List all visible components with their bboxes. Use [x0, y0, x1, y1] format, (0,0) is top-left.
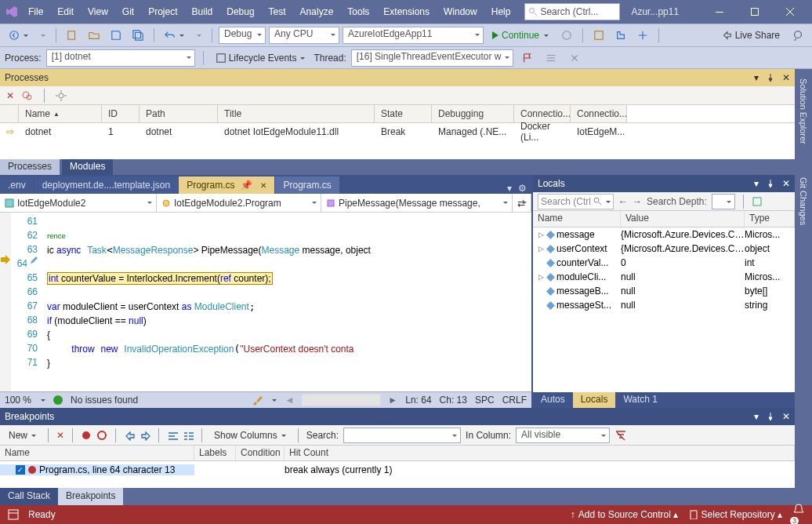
select-repository[interactable]: Select Repository ▴ — [689, 509, 782, 520]
incolumn-select[interactable]: All visible — [516, 428, 610, 443]
menu-tools[interactable]: Tools — [341, 3, 375, 20]
nav-back-button[interactable] — [5, 26, 32, 45]
pin-icon[interactable] — [767, 413, 774, 420]
import-icon[interactable] — [140, 430, 150, 441]
delete-icon[interactable]: ✕ — [6, 90, 14, 101]
title-search-input[interactable]: Search (Ctrl... — [524, 3, 620, 20]
brush-icon[interactable] — [252, 395, 263, 406]
col-name[interactable]: Name — [0, 446, 194, 460]
nav-next-icon[interactable]: → — [633, 196, 642, 207]
output-icon[interactable] — [8, 509, 19, 520]
depth-select[interactable] — [712, 194, 735, 209]
process-select[interactable]: [1] dotnet — [46, 49, 195, 67]
tab-git-changes[interactable]: Git Changes — [797, 173, 810, 230]
gear-icon[interactable] — [56, 90, 67, 101]
new-button[interactable] — [63, 26, 82, 45]
menu-file[interactable]: File — [22, 3, 49, 20]
show-columns-button[interactable]: Show Columns — [210, 426, 290, 445]
close-icon[interactable]: ✕ — [782, 72, 790, 83]
tab-callstack[interactable]: Call Stack — [0, 488, 58, 505]
code-editor[interactable]: 616263 64 65666768697071 rence ic async … — [0, 213, 531, 391]
bp-search-input[interactable] — [343, 428, 461, 443]
tab-processes[interactable]: Processes — [0, 159, 60, 175]
doctab-env[interactable]: .env — [0, 176, 34, 194]
platform-select[interactable]: Any CPU — [269, 27, 339, 44]
doctab-program-active[interactable]: Program.cs📌✕ — [179, 176, 274, 194]
zoom-level[interactable]: 100 % — [5, 395, 31, 406]
locals-row[interactable]: counterVal...0int — [533, 256, 795, 270]
menu-analyze[interactable]: Analyze — [294, 3, 340, 20]
delete-bp-icon[interactable]: ✕ — [56, 430, 64, 441]
dropdown-icon[interactable]: ▾ — [754, 178, 759, 189]
menu-edit[interactable]: Edit — [51, 3, 80, 20]
redo-button[interactable] — [191, 26, 205, 45]
disable-all-icon[interactable] — [96, 430, 107, 441]
locals-row[interactable]: ▷ message{Microsoft.Azure.Devices.Cl...M… — [533, 227, 795, 242]
solution-name[interactable]: Azur...pp11 — [631, 6, 679, 17]
save-button[interactable] — [107, 26, 125, 45]
expand-icon[interactable]: ▷ — [538, 231, 545, 238]
col-id[interactable]: ID — [102, 105, 140, 122]
menu-test[interactable]: Test — [263, 3, 292, 20]
dropdown-icon[interactable]: ▾ — [754, 72, 759, 83]
thread-tool-2[interactable] — [542, 49, 560, 67]
breakpoints-grid[interactable]: Name Labels Condition Hit Count ✓Program… — [0, 446, 795, 488]
doctab-deployment[interactable]: deployment.de....template.json — [34, 176, 178, 194]
expand-icon[interactable] — [538, 302, 545, 309]
step-button-1[interactable] — [589, 26, 608, 45]
refresh-icon[interactable] — [22, 90, 33, 101]
col-dbg[interactable]: Debugging — [432, 105, 514, 122]
close-icon[interactable]: ✕ — [782, 411, 790, 422]
undo-button[interactable] — [161, 26, 188, 45]
config-select[interactable]: Debug — [219, 27, 266, 44]
tab-locals[interactable]: Locals — [573, 392, 616, 408]
close-icon[interactable]: ✕ — [260, 181, 266, 190]
menu-git[interactable]: Git — [116, 3, 140, 20]
maximize-button[interactable] — [737, 1, 772, 23]
nav-prev-icon[interactable]: ← — [618, 196, 628, 207]
flag-button[interactable] — [518, 49, 537, 67]
checkbox-icon[interactable]: ✓ — [16, 465, 25, 475]
add-source-control[interactable]: ↑Add to Source Control ▴ — [571, 509, 678, 520]
group-icon[interactable] — [183, 430, 194, 441]
close-button[interactable] — [772, 1, 807, 23]
col-hitcount[interactable]: Hit Count — [285, 446, 795, 460]
expand-icon[interactable] — [538, 288, 545, 295]
tab-watch1[interactable]: Watch 1 — [615, 392, 665, 408]
code-text[interactable]: rence ic async Task<MessageResponse> Pip… — [42, 213, 531, 391]
col-conn2[interactable]: Connectio... — [571, 105, 627, 122]
processes-grid[interactable]: Name ▲ ID Path Title State Debugging Con… — [0, 105, 795, 159]
expand-icon[interactable] — [538, 260, 545, 267]
breakpoint-row[interactable]: ✓Program.cs, line 64 character 13 break … — [0, 461, 795, 479]
locals-row[interactable]: ▷ userContext{Microsoft.Azure.Devices.Cl… — [533, 242, 795, 256]
feedback-button[interactable] — [788, 26, 807, 45]
space-indicator[interactable]: SPC — [475, 395, 495, 406]
menu-window[interactable]: Window — [437, 3, 484, 20]
tab-modules[interactable]: Modules — [62, 159, 113, 175]
col-value[interactable]: Value — [621, 211, 745, 227]
thread-tool-3[interactable] — [565, 49, 584, 67]
col-labels[interactable]: Labels — [194, 446, 236, 460]
lifecycle-events-button[interactable]: Lifecycle Events — [212, 49, 310, 67]
doctab-program-2[interactable]: Program.cs — [275, 176, 339, 194]
export-icon[interactable] — [124, 430, 135, 441]
doctab-settings-icon[interactable]: ⚙ — [518, 183, 527, 194]
locals-row[interactable]: messageSt...nullstring — [533, 298, 795, 312]
nav-project[interactable]: IotEdgeModule2 — [0, 194, 157, 212]
new-bp-button[interactable]: New — [5, 426, 40, 445]
enable-all-icon[interactable] — [81, 430, 92, 441]
locals-grid[interactable]: Name Value Type ▷ message{Microsoft.Azur… — [533, 211, 795, 392]
thread-select[interactable]: [16] SingleThreadEventExecutor w — [351, 49, 513, 67]
save-all-button[interactable] — [129, 26, 147, 45]
pin-icon[interactable] — [767, 74, 774, 82]
col-name[interactable]: Name ▲ — [19, 105, 102, 122]
col-type[interactable]: Type — [745, 211, 795, 227]
step-button-2[interactable] — [611, 26, 630, 45]
lineend-indicator[interactable]: CRLF — [502, 395, 527, 406]
locals-tool-icon[interactable] — [752, 196, 763, 207]
tab-solution-explorer[interactable]: Solution Explorer — [797, 74, 810, 149]
col-state[interactable]: State — [375, 105, 432, 122]
pin-icon[interactable] — [767, 180, 774, 187]
live-share-button[interactable]: Live Share — [718, 26, 784, 45]
minimize-button[interactable] — [701, 1, 737, 23]
